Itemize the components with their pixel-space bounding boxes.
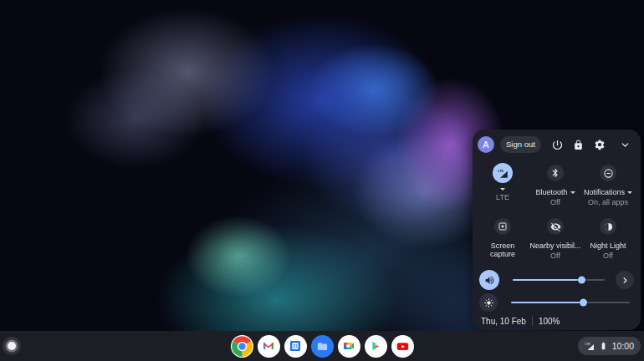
nearby-visibility-label: Nearby visibil...: [528, 242, 583, 250]
night-light-label: Night Light: [580, 242, 636, 250]
notifications-label: Notifications: [580, 188, 636, 196]
battery-percent-label: 100%: [539, 317, 560, 326]
youtube-icon: [396, 339, 410, 353]
shelf: 31: [0, 331, 644, 361]
chevron-down-icon[interactable]: [619, 138, 632, 151]
meet-icon: [342, 339, 355, 353]
screen-capture-label: Screen capture: [484, 242, 521, 259]
svg-text:31: 31: [293, 343, 298, 348]
visibility-off-icon: [547, 218, 564, 235]
lock-icon[interactable]: [572, 138, 585, 151]
app-meet[interactable]: [338, 335, 360, 358]
battery-icon: [599, 340, 608, 352]
quick-settings-panel: A Sign out LTE LTE: [473, 130, 641, 330]
network-signal-icon: LTE: [493, 163, 513, 183]
date-label[interactable]: Thu, 10 Feb: [481, 317, 526, 326]
audio-settings-chevron-right[interactable]: [616, 271, 634, 289]
chrome-icon: [231, 335, 253, 358]
app-files[interactable]: [311, 335, 334, 358]
quick-settings-header: A Sign out: [478, 135, 636, 154]
volume-icon[interactable]: [479, 270, 499, 290]
nearby-visibility-state: Off: [528, 252, 583, 260]
dropdown-caret-icon: [627, 191, 632, 194]
brightness-slider-row: [479, 293, 630, 312]
volume-slider[interactable]: [513, 279, 605, 282]
volume-slider-row: [479, 269, 634, 291]
sign-out-button[interactable]: Sign out: [500, 136, 541, 153]
network-icon-label: LTE: [498, 170, 503, 173]
dropdown-caret-icon: [500, 188, 505, 191]
gmail-icon: [262, 339, 275, 353]
brightness-slider[interactable]: [511, 302, 630, 304]
settings-gear-icon[interactable]: [593, 138, 606, 151]
bluetooth-icon: [547, 165, 564, 181]
tile-nearby-visibility[interactable]: Nearby visibil... Off: [528, 216, 583, 260]
volume-slider-thumb[interactable]: [578, 277, 585, 284]
bluetooth-state: Off: [528, 198, 583, 206]
cellular-signal-icon: LTE: [585, 341, 595, 351]
night-light-state: Off: [580, 252, 636, 260]
brightness-slider-thumb[interactable]: [580, 299, 587, 307]
calendar-icon: 31: [289, 339, 302, 353]
tray-network-label: LTE: [585, 343, 590, 346]
app-gmail[interactable]: [258, 335, 280, 358]
app-play-store[interactable]: [365, 335, 387, 358]
chromeos-desktop: A Sign out LTE LTE: [0, 0, 644, 361]
shelf-app-icons: 31: [0, 331, 644, 361]
tile-night-light[interactable]: Night Light Off: [580, 216, 636, 260]
power-button[interactable]: [551, 138, 565, 151]
screen-capture-icon: [494, 218, 511, 235]
clock-label: 10:00: [612, 341, 634, 351]
app-youtube[interactable]: [391, 335, 414, 358]
status-tray[interactable]: LTE 10:00: [578, 337, 641, 355]
brightness-icon: [479, 293, 498, 312]
notifications-state: On, all apps: [580, 198, 636, 206]
network-state: LTE: [475, 193, 530, 201]
user-avatar[interactable]: A: [478, 136, 494, 153]
night-light-icon: [600, 218, 616, 235]
quick-settings-footer: Thu, 10 Feb 100%: [481, 315, 560, 327]
play-store-icon: [370, 340, 381, 352]
tile-notifications[interactable]: Notifications On, all apps: [580, 162, 636, 206]
footer-divider: [532, 317, 533, 326]
bluetooth-label: Bluetooth: [528, 188, 583, 196]
notifications-icon: [600, 165, 616, 181]
files-folder-icon: [316, 340, 329, 353]
dropdown-caret-icon: [570, 191, 575, 194]
app-calendar[interactable]: 31: [284, 335, 307, 358]
app-chrome[interactable]: [231, 335, 253, 358]
tile-network[interactable]: LTE LTE: [475, 162, 530, 201]
tile-bluetooth[interactable]: Bluetooth Off: [528, 162, 583, 206]
tile-screen-capture[interactable]: Screen capture: [475, 216, 530, 259]
